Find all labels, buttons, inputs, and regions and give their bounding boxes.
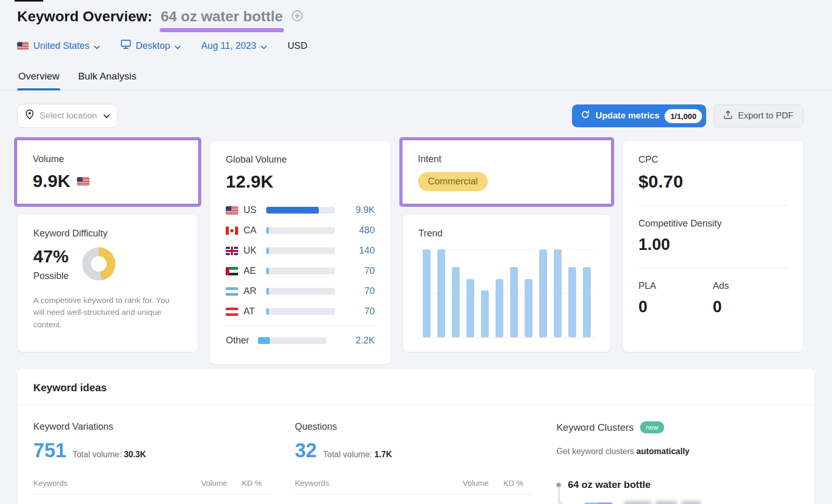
trend-bar — [481, 290, 489, 337]
flag-us-icon — [77, 177, 89, 185]
trend-bar — [496, 279, 503, 337]
pla-label: PLA — [639, 281, 713, 291]
page-header: Keyword Overview: 64 oz water bottle Uni… — [0, 0, 832, 52]
keyword-difficulty-label: Keyword Difficulty — [33, 228, 182, 239]
chevron-down-icon — [94, 41, 100, 52]
trend-bar — [423, 249, 431, 337]
flag-uk-icon — [226, 247, 238, 255]
trend-bar — [466, 279, 474, 337]
divider — [639, 205, 787, 206]
keyword-difficulty-description: A competitive keyword to rank for. You w… — [33, 294, 175, 330]
global-volume-label: Global Volume — [226, 154, 374, 165]
export-to-pdf-button[interactable]: Export to PDF — [713, 104, 803, 127]
global-volume-row: CA 480 — [226, 220, 374, 241]
chevron-down-icon — [261, 41, 267, 52]
table-row: 64 oz water bottle 9.9K 47 — [33, 495, 271, 504]
pla-value: 0 — [639, 298, 713, 316]
intent-label: Intent — [418, 154, 595, 165]
blurred-keyword — [624, 501, 701, 504]
trend-bar — [437, 249, 445, 337]
location-pin-icon — [25, 109, 34, 123]
keyword-difficulty-donut — [82, 247, 115, 281]
cluster-branch — [558, 490, 799, 504]
intent-badge[interactable]: Commercial — [418, 172, 488, 191]
questions-count: 32 — [295, 440, 317, 462]
keyword-variations-count: 751 — [33, 440, 66, 462]
global-volume-card: Global Volume 12.9K US 9.9K CA 480 UK 14… — [210, 140, 391, 365]
flag-ae-icon — [226, 267, 238, 275]
trend-bar — [568, 267, 576, 337]
keyword-clusters-label: Keyword Clusters — [556, 422, 634, 433]
global-volume-value: 12.9K — [226, 171, 374, 192]
cluster-item[interactable]: 64 oz water bottle — [556, 479, 799, 490]
country-filter[interactable]: United States — [17, 40, 100, 52]
intent-card: Intent Commercial — [402, 140, 611, 204]
volume-card: Volume 9.9K — [17, 140, 198, 204]
keyword-difficulty-card: Keyword Difficulty 47% Possible A compet… — [17, 214, 198, 352]
global-volume-other-row: Other 2.2K — [226, 330, 374, 351]
global-volume-row: AE 70 — [226, 261, 374, 281]
tab-bar: Overview Bulk Analysis — [0, 65, 832, 90]
cpc-label: CPC — [639, 154, 787, 165]
metrics-grid: Volume 9.9K Keyword Difficulty 47% Possi… — [17, 140, 803, 352]
purple-underline-annotation — [160, 28, 284, 32]
trend-card: Trend — [402, 214, 611, 352]
trend-bar — [452, 267, 460, 337]
trend-bar — [525, 279, 532, 337]
global-volume-rows: US 9.9K CA 480 UK 140 AE 70 AR 70 — [226, 200, 374, 322]
keyword-ideas-title: Keyword ideas — [18, 368, 814, 405]
flag-ar-icon — [226, 287, 238, 296]
volume-annotation-box: Volume 9.9K — [14, 137, 201, 207]
volume-value: 9.9K — [33, 171, 71, 191]
cpc-value: $0.70 — [639, 171, 787, 192]
update-metrics-button[interactable]: Update metrics 1/1,000 — [572, 104, 706, 127]
volume-label: Volume — [33, 154, 183, 165]
desktop-icon — [121, 39, 131, 52]
keyword-variations-column: Keyword Variations 751 Total volume: 30.… — [33, 421, 271, 504]
trend-chart — [419, 249, 595, 338]
trend-label: Trend — [419, 228, 595, 239]
global-volume-row: UK 140 — [226, 241, 374, 261]
tab-bulk-analysis[interactable]: Bulk Analysis — [77, 65, 137, 90]
connector-curve — [558, 486, 574, 504]
flag-us-icon — [226, 206, 238, 215]
competitive-density-value: 1.00 — [639, 235, 787, 254]
divider — [226, 326, 374, 326]
usage-count-badge: 1/1,000 — [665, 109, 702, 123]
questions-column: Questions 32 Total volume: 1.7K Keywords… — [295, 421, 532, 504]
keyword-difficulty-value: 47% — [33, 246, 69, 267]
questions-label: Questions — [295, 421, 532, 432]
keyword-clusters-column: Keyword Clusters new Get keyword cluster… — [556, 421, 799, 504]
global-volume-row: US 9.9K — [226, 200, 374, 220]
cpc-card: CPC $0.70 Competitive Density 1.00 PLA 0… — [622, 140, 803, 352]
clusters-subtitle: Get keyword clusters automatically — [556, 447, 799, 456]
select-location-button[interactable]: Select location — [17, 104, 118, 128]
table-header: Keywords Volume KD % — [295, 479, 532, 495]
device-filter[interactable]: Desktop — [121, 39, 180, 52]
export-icon — [723, 110, 733, 122]
keyword-ideas-card: Keyword ideas Keyword Variations 751 Tot… — [17, 368, 815, 504]
global-volume-row: AR 70 — [226, 281, 374, 301]
ads-label: Ads — [713, 281, 787, 291]
add-keyword-button[interactable] — [291, 10, 303, 24]
intent-annotation-box: Intent Commercial — [399, 137, 614, 207]
table-row: how many bottles of 590 23 — [295, 495, 532, 504]
other-bar — [258, 337, 269, 344]
ads-value: 0 — [713, 298, 787, 316]
trend-bar — [583, 267, 591, 337]
global-volume-row: AT 70 — [226, 301, 374, 322]
filter-bar: United States Desktop Aug 11, 2023 USD — [17, 39, 815, 52]
new-badge: new — [640, 421, 664, 433]
tab-overview[interactable]: Overview — [17, 65, 60, 90]
trend-bar — [510, 267, 518, 337]
trend-bar — [539, 249, 547, 337]
date-filter[interactable]: Aug 11, 2023 — [201, 40, 267, 52]
currency-label: USD — [288, 41, 307, 51]
keyword-title: 64 oz water bottle — [161, 8, 283, 24]
refresh-icon — [580, 110, 590, 122]
page-title: Keyword Overview: — [17, 8, 152, 25]
trend-bar — [554, 249, 562, 337]
competitive-density-label: Competitive Density — [639, 218, 787, 229]
plus-circle-icon — [291, 10, 303, 24]
keyword-variations-label: Keyword Variations — [33, 421, 271, 432]
